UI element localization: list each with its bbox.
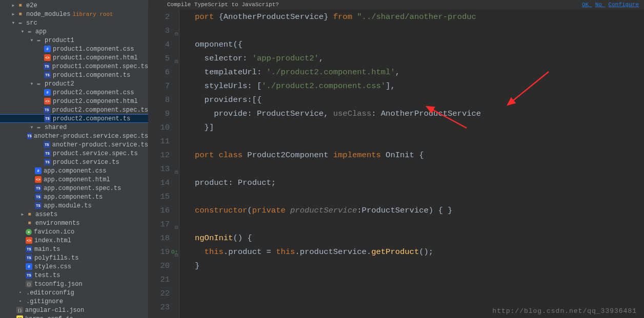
code-line[interactable] [195, 287, 644, 301]
tree-item-app-component-css[interactable]: #app.component.css [0, 166, 148, 175]
tree-item--gitignore[interactable]: ▪.gitignore [0, 297, 148, 306]
tree-item-label: product2.component.spec.ts [52, 107, 148, 114]
tree-item-another-product-service-ts[interactable]: TSanother-product.service.ts [0, 140, 148, 149]
fold-icon[interactable]: ⊟ [175, 55, 178, 69]
code-line[interactable]: styleUrls: ['./product2.component.css'], [195, 79, 644, 93]
code-line[interactable] [195, 190, 644, 204]
tree-arrow-icon[interactable]: ▼ [10, 20, 16, 25]
notif-no-link[interactable]: No [595, 2, 602, 8]
code-line[interactable]: product: Product; [195, 176, 644, 190]
tree-item-index-html[interactable]: <>index.html [0, 236, 148, 245]
code-line[interactable]: providers:[{ [195, 93, 644, 107]
editor[interactable]: 23456789101112131415161718192021222324O↑… [149, 0, 644, 318]
code-line[interactable]: omponent({ [195, 38, 644, 52]
code-line[interactable]: constructor(private productService:Produ… [195, 204, 644, 218]
ts-icon: TS [27, 133, 31, 139]
tree-item-label: node_modules [26, 11, 70, 18]
code-line[interactable]: } [195, 259, 644, 273]
tree-item-product1-component-spec-ts[interactable]: TSproduct1.component.spec.ts [0, 62, 148, 71]
code-line[interactable]: templateUrl: './product2.component.html'… [195, 66, 644, 79]
code-line[interactable]: this.product = this.productService.getPr… [195, 245, 644, 259]
tree-item-polyfills-ts[interactable]: TSpolyfills.ts [0, 253, 148, 262]
tree-item-styles-css[interactable]: #styles.css [0, 262, 148, 271]
ts-icon: TS [44, 107, 50, 113]
code-line[interactable]: selector: 'app-product2', [195, 52, 644, 66]
code-line[interactable]: port class Product2Component implements … [195, 149, 644, 162]
project-tree[interactable]: ▶■e2e▶■node_moduleslibrary root▼▬src▼▬ap… [0, 0, 149, 318]
tree-item-label: main.ts [34, 246, 60, 253]
tree-item-app-component-html[interactable]: <>app.component.html [0, 175, 148, 184]
tree-item-product2-component-css[interactable]: #product2.component.css [0, 88, 148, 97]
tree-item-label: app.component.html [44, 176, 110, 183]
tree-item-another-product-service-spec-ts[interactable]: TSanother-product.service.spec.ts [0, 132, 148, 140]
tree-item-e2e[interactable]: ▶■e2e [0, 1, 148, 10]
ts-icon: TS [44, 150, 51, 157]
line-number: 9 [149, 107, 170, 121]
code-line[interactable] [195, 218, 644, 231]
tree-item-product1-component-html[interactable]: <>product1.component.html [0, 53, 148, 62]
tree-item-product2-component-html[interactable]: <>product2.component.html [0, 97, 148, 105]
tree-item-environments[interactable]: ■environments [0, 219, 148, 227]
tree-item-favicon-ico[interactable]: ●favicon.ico [0, 227, 148, 236]
fold-icon[interactable]: ⊟ [175, 165, 178, 179]
tree-item-test-ts[interactable]: TStest.ts [0, 271, 148, 280]
tree-item-node-modules[interactable]: ▶■node_moduleslibrary root [0, 10, 148, 18]
tree-item-product1-component-css[interactable]: #product1.component.css [0, 45, 148, 53]
tree-arrow-icon[interactable]: ▼ [19, 29, 26, 34]
ts-icon: TS [44, 115, 51, 122]
tree-item-label: assets [35, 211, 57, 218]
code-line[interactable] [195, 135, 644, 149]
tree-item-app-module-ts[interactable]: TSapp.module.ts [0, 201, 148, 210]
tree-item-app-component-spec-ts[interactable]: TSapp.component.spec.ts [0, 184, 148, 193]
tree-arrow-icon[interactable]: ▶ [19, 212, 26, 217]
tree-item-main-ts[interactable]: TSmain.ts [0, 245, 148, 253]
tree-arrow-icon[interactable]: ▼ [29, 38, 35, 43]
code-line[interactable]: }] [195, 121, 644, 135]
tree-item-label: app.module.ts [44, 202, 92, 209]
tree-arrow-icon[interactable]: ▼ [29, 125, 35, 130]
tree-item-product1[interactable]: ▼▬product1 [0, 36, 148, 45]
notif-configure-link[interactable]: Configure [609, 2, 639, 8]
tree-item-label: angular-cli.json [25, 307, 84, 314]
code-line[interactable] [195, 24, 644, 38]
ts-icon: TS [44, 141, 50, 148]
notif-ok-link[interactable]: OK [582, 2, 589, 8]
html-icon: <> [35, 176, 42, 183]
tree-item-shared[interactable]: ▼▬shared [0, 123, 148, 132]
tree-item-app[interactable]: ▼▬app [0, 27, 148, 36]
tree-arrow-icon[interactable]: ▼ [29, 81, 35, 86]
folder-open-icon: ▬ [35, 80, 43, 88]
tree-item-product2-component-ts[interactable]: TSproduct2.component.ts [0, 114, 148, 123]
tree-item-product2[interactable]: ▼▬product2 [0, 79, 148, 88]
line-number: 22 [149, 287, 170, 301]
folder-open-icon: ▬ [26, 28, 33, 35]
tree-item-product-service-ts[interactable]: TSproduct.service.ts [0, 158, 148, 166]
tree-item-angular-cli-json[interactable]: {}angular-cli.json [0, 306, 148, 314]
line-number: 11 [149, 135, 170, 149]
code-line[interactable]: port {AnotherProductService} from "../sh… [195, 10, 644, 24]
tree-item-karma-conf-js[interactable]: JSkarma.conf.js [0, 314, 148, 318]
tree-item-label: product2 [45, 80, 74, 88]
code-line[interactable]: provide: ProductService, useClass: Anoth… [195, 107, 644, 121]
fold-icon[interactable]: ⊟ [175, 221, 178, 235]
fold-icon[interactable]: ⊟ [175, 27, 178, 41]
tree-item-product1-component-ts[interactable]: TSproduct1.component.ts [0, 71, 148, 79]
fold-icon[interactable]: ⊟ [175, 248, 178, 262]
tree-arrow-icon[interactable]: ▶ [10, 12, 16, 16]
tree-item-product2-component-spec-ts[interactable]: TSproduct2.component.spec.ts [0, 105, 148, 114]
tree-item-product-service-spec-ts[interactable]: TSproduct.service.spec.ts [0, 149, 148, 158]
tree-item-assets[interactable]: ▶■assets [0, 210, 148, 219]
line-number: 21 [149, 273, 170, 287]
line-number: 16 [149, 204, 170, 218]
tree-item-src[interactable]: ▼▬src [0, 18, 148, 27]
tree-item--editorconfig[interactable]: ▪.editorconfig [0, 288, 148, 297]
code-line[interactable]: ngOnInit() { [195, 231, 644, 245]
tree-item-app-component-ts[interactable]: TSapp.component.ts [0, 193, 148, 201]
code-line[interactable] [195, 273, 644, 287]
code-content[interactable]: port {AnotherProductService} from "../sh… [179, 9, 644, 318]
code-line[interactable] [195, 162, 644, 176]
tree-item-tsconfig-json[interactable]: {}tsconfig.json [0, 280, 148, 288]
tree-arrow-icon[interactable]: ▶ [10, 3, 16, 8]
tree-item-label: app.component.ts [44, 194, 103, 201]
library-root-annotation: library root [72, 11, 113, 17]
